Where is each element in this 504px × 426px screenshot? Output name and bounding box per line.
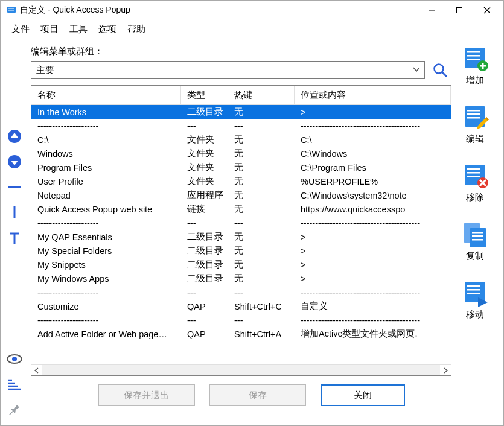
menu-help[interactable]: 帮助	[123, 22, 150, 36]
table-row[interactable]: ----------------------------------------…	[31, 285, 451, 299]
table-row[interactable]: Notepad应用程序无C:\Windows\system32\note	[31, 188, 451, 202]
close-main-button[interactable]: 关闭	[321, 384, 405, 406]
svg-rect-46	[467, 289, 480, 291]
table-cell: 文件夹	[181, 176, 228, 187]
table-cell: Windows	[31, 149, 181, 159]
dropdown-value: 主要	[36, 65, 54, 76]
table-row[interactable]: My Special Folders二级目录无>	[31, 244, 451, 258]
table-row[interactable]: Program Files文件夹无C:\Program Files	[31, 161, 451, 174]
table-cell: ----------------------------------------…	[295, 316, 451, 325]
group-dropdown[interactable]: 主要	[31, 61, 425, 79]
remove-icon	[461, 162, 490, 191]
table-row[interactable]: Windows文件夹无C:\Windows	[31, 147, 451, 161]
sort-button[interactable]	[6, 376, 23, 393]
table-cell: My QAP Essentials	[31, 232, 181, 242]
table-row[interactable]: Quick Access Popup web site链接无https://ww…	[31, 202, 451, 216]
table-cell: 二级目录	[181, 245, 228, 256]
table-row[interactable]: User Profile文件夹无%USERPROFILE%	[31, 174, 451, 188]
table-cell: ---------------------	[31, 218, 181, 228]
svg-rect-40	[470, 228, 486, 247]
save-exit-button[interactable]: 保存并退出	[98, 384, 195, 406]
table-cell: ---	[228, 218, 295, 228]
menu-options[interactable]: 选项	[94, 22, 121, 36]
table-cell: QAP	[181, 329, 228, 339]
table-cell: 应用程序	[181, 189, 228, 201]
table-cell: My Snippets	[31, 260, 181, 270]
table-cell: 无	[228, 231, 295, 243]
pin-button[interactable]	[6, 401, 23, 418]
chevron-down-icon	[412, 65, 421, 75]
table-cell: My Special Folders	[31, 246, 181, 256]
table-row[interactable]: ----------------------------------------…	[31, 313, 451, 327]
menu-file[interactable]: 文件	[7, 22, 34, 36]
table-row[interactable]: CustomizeQAPShift+Ctrl+C自定义	[31, 299, 451, 313]
col-hotkey[interactable]: 热键	[228, 86, 295, 104]
table-cell: 文件夹	[181, 162, 228, 173]
minimize-button[interactable]	[418, 1, 445, 20]
move-icon	[461, 279, 490, 308]
table-cell: ---------------------	[31, 316, 181, 325]
table-row[interactable]: My Windows Apps二级目录无>	[31, 272, 451, 285]
table-cell: 无	[228, 148, 295, 159]
table-cell: 无	[228, 259, 295, 270]
col-location[interactable]: 位置或内容	[295, 86, 451, 104]
save-button[interactable]: 保存	[209, 384, 306, 406]
table-cell: 无	[228, 106, 295, 118]
table-cell: 无	[228, 203, 295, 215]
scroll-right-arrow[interactable]	[440, 365, 451, 376]
copy-label: 复制	[466, 250, 484, 262]
table-row[interactable]: C:\文件夹无C:\	[31, 133, 451, 147]
table-cell: 无	[228, 245, 295, 256]
table-body: In the Works二级目录无>----------------------…	[31, 105, 451, 364]
table-cell: 二级目录	[181, 259, 228, 270]
menu-project[interactable]: 项目	[36, 22, 63, 36]
scroll-left-arrow[interactable]	[31, 365, 42, 376]
svg-rect-44	[465, 282, 485, 302]
table-row[interactable]: ----------------------------------------…	[31, 216, 451, 230]
table-cell: QAP	[181, 302, 228, 311]
close-button[interactable]	[473, 1, 501, 20]
col-name[interactable]: 名称	[31, 86, 181, 104]
move-up-button[interactable]	[6, 128, 23, 145]
table-row[interactable]: In the Works二级目录无>	[31, 105, 451, 119]
scroll-track[interactable]	[42, 365, 440, 376]
table-row[interactable]: My Snippets二级目录无>	[31, 258, 451, 272]
col-type[interactable]: 类型	[181, 86, 228, 104]
table-cell: Quick Access Popup web site	[31, 205, 181, 214]
table-cell: Notepad	[31, 191, 181, 200]
table-row[interactable]: Add Active Folder or Web page…QAPShift+C…	[31, 327, 451, 341]
svg-point-14	[12, 357, 17, 361]
search-button[interactable]	[431, 61, 449, 79]
add-button[interactable]: 增加	[461, 45, 490, 86]
preview-button[interactable]	[6, 351, 23, 367]
table-cell: Customize	[31, 302, 181, 311]
main-window: 自定义 - Quick Access Popup 文件 项目 工具 选项 帮助	[0, 0, 504, 426]
move-down-button[interactable]	[6, 153, 23, 170]
maximize-button[interactable]	[445, 1, 473, 20]
svg-rect-42	[472, 235, 483, 237]
move-button[interactable]: 移动	[461, 279, 490, 320]
menu-tools[interactable]: 工具	[65, 22, 92, 36]
separator-h-button[interactable]	[6, 179, 23, 196]
table-row[interactable]: ----------------------------------------…	[31, 119, 451, 133]
edit-button[interactable]: 编辑	[461, 103, 490, 145]
table-cell: ----------------------------------------…	[295, 288, 451, 297]
window-title: 自定义 - Quick Access Popup	[20, 5, 418, 16]
svg-rect-23	[467, 55, 480, 57]
copy-button[interactable]: 复制	[461, 220, 490, 262]
separator-v-button[interactable]	[6, 204, 23, 221]
remove-button[interactable]: 移除	[461, 162, 490, 203]
table-cell: ---	[228, 288, 295, 297]
dropdown-row: 主要	[27, 61, 451, 85]
table-cell: ---	[228, 121, 295, 131]
edit-icon	[461, 103, 490, 132]
table-cell: C:\Program Files	[295, 163, 451, 173]
table-cell: 增加Active类型文件夹或网页.	[295, 328, 451, 340]
menubar: 文件 项目 工具 选项 帮助	[1, 20, 503, 39]
app-icon	[7, 5, 16, 15]
table-row[interactable]: My QAP Essentials二级目录无>	[31, 230, 451, 244]
text-insert-button[interactable]	[6, 229, 23, 246]
table-cell: ---	[181, 218, 228, 228]
edit-group-label: 编辑菜单或群组：	[27, 43, 451, 61]
horizontal-scrollbar[interactable]	[31, 364, 451, 375]
